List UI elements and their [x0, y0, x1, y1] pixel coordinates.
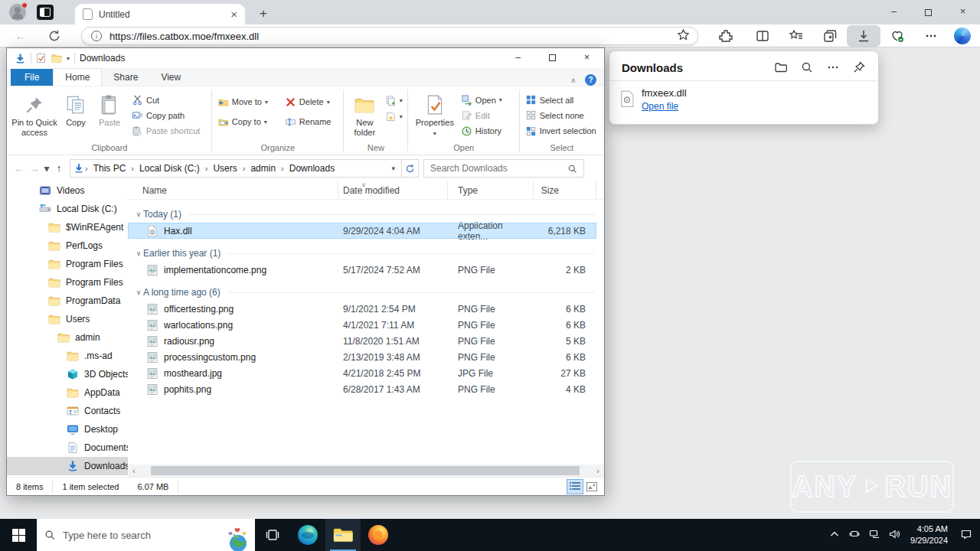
- sidebar-item-videos[interactable]: Videos: [7, 181, 128, 200]
- file-row-mostheard-jpg[interactable]: mostheard.jpg4/21/2018 2:45 PMJPG File27…: [128, 365, 596, 381]
- sidebar-item-program-files[interactable]: Program Files: [7, 255, 128, 273]
- new-tab-button[interactable]: +: [256, 6, 271, 21]
- action-center-icon[interactable]: [956, 528, 975, 543]
- taskbar-file-explorer-button[interactable]: [325, 519, 361, 551]
- qat-properties-icon[interactable]: [36, 53, 47, 64]
- sidebar-item-ms-ad[interactable]: .ms-ad: [7, 347, 128, 365]
- address-box[interactable]: ›This PC›Local Disk (C:)›Users›admin›Dow…: [70, 159, 402, 178]
- favorites-icon[interactable]: [788, 28, 805, 44]
- menu-tab-view[interactable]: View: [149, 69, 192, 86]
- menu-tab-share[interactable]: Share: [102, 69, 149, 86]
- select-all-button[interactable]: Select all: [523, 93, 599, 106]
- add-favorite-star-icon[interactable]: [677, 28, 690, 44]
- new-folder-button[interactable]: New folder: [347, 90, 383, 138]
- sidebar-item-appdata[interactable]: AppData: [7, 383, 128, 402]
- tray-show-hidden-icons[interactable]: [825, 528, 844, 543]
- sidebar-item-admin[interactable]: admin: [7, 328, 128, 347]
- sidebar-item-program-files[interactable]: Program Files: [7, 273, 128, 292]
- invert-selection-button[interactable]: Invert selection: [523, 125, 599, 138]
- history-button[interactable]: History: [459, 125, 505, 138]
- group-collapse-icon[interactable]: ∨: [128, 210, 143, 218]
- tray-volume-icon[interactable]: [884, 528, 904, 543]
- copy-to-button[interactable]: Copy to▾: [215, 115, 283, 129]
- nav-recent-icon[interactable]: ▾: [42, 162, 51, 174]
- column-header-name[interactable]: Name: [128, 181, 338, 199]
- sidebar-item-local-disk-c[interactable]: Local Disk (C:): [7, 200, 128, 218]
- file-group-header-earlier-this-year-1[interactable]: ∨Earlier this year (1): [128, 245, 604, 262]
- breadcrumb-item-downloads[interactable]: Downloads: [285, 163, 339, 174]
- ribbon-collapse-icon[interactable]: ∧: [570, 77, 576, 84]
- cut-button[interactable]: Cut: [129, 93, 202, 106]
- delete-button[interactable]: Delete▾: [283, 95, 344, 109]
- start-button[interactable]: [0, 519, 37, 551]
- copy-path-button[interactable]: Copy path: [129, 109, 202, 122]
- browser-settings-more-icon[interactable]: [923, 28, 939, 44]
- extensions-icon[interactable]: [717, 28, 734, 44]
- open-button[interactable]: Open▾: [459, 93, 505, 106]
- search-highlights-globe-icon[interactable]: [224, 525, 250, 551]
- column-header-date-modified[interactable]: ∨Date modified: [338, 181, 448, 199]
- details-view-button[interactable]: [567, 480, 583, 494]
- sidebar-item-desktop[interactable]: Desktop: [7, 420, 128, 439]
- large-icons-view-button[interactable]: [584, 480, 599, 494]
- copy-button[interactable]: Copy: [59, 90, 93, 138]
- taskbar-clock[interactable]: 4:05 AM 9/29/2024: [904, 523, 956, 546]
- horizontal-scrollbar[interactable]: ‹ ›: [128, 465, 604, 477]
- search-magnifier-icon[interactable]: [567, 164, 577, 174]
- browser-minimize-button[interactable]: –: [877, 0, 911, 24]
- site-info-icon[interactable]: i: [91, 31, 102, 41]
- tab-close-icon[interactable]: ×: [230, 8, 237, 20]
- sidebar-item-winreagent[interactable]: $WinREAgent: [7, 218, 128, 236]
- task-view-button[interactable]: [255, 519, 290, 551]
- menu-tab-file[interactable]: File: [11, 69, 53, 86]
- file-group-header-a-long-time-ago-6[interactable]: ∨A long time ago (6): [128, 284, 604, 301]
- taskbar-edge-button[interactable]: [290, 519, 325, 551]
- rename-button[interactable]: Rename: [283, 115, 344, 129]
- browser-profile-avatar[interactable]: [9, 4, 26, 21]
- sidebar-item-perflogs[interactable]: PerfLogs: [7, 236, 128, 255]
- file-row-implementationcome-png[interactable]: implementationcome.png5/17/2024 7:52 AMP…: [128, 262, 596, 278]
- menu-tab-home[interactable]: Home: [53, 68, 102, 86]
- file-row-warlocations-png[interactable]: warlocations.png4/1/2021 7:11 AMPNG File…: [128, 317, 596, 333]
- qat-customize-icon[interactable]: ▾: [67, 55, 70, 62]
- pin-to-quick-access-button[interactable]: Pin to Quick access: [10, 90, 59, 138]
- column-header-type[interactable]: Type: [448, 181, 534, 199]
- nav-forward-icon[interactable]: →: [27, 162, 42, 174]
- move-to-button[interactable]: Move to▾: [215, 95, 283, 109]
- browser-back-icon[interactable]: ←: [14, 29, 28, 43]
- file-row-pophits-png[interactable]: pophits.png6/28/2017 1:43 AMPNG File4 KB: [128, 381, 596, 397]
- paste-button[interactable]: Paste: [93, 90, 126, 138]
- breadcrumb-item-users[interactable]: Users: [208, 163, 241, 174]
- breadcrumb-item-this-pc[interactable]: This PC: [89, 163, 131, 174]
- horizontal-scroll-thumb[interactable]: [151, 466, 580, 475]
- pin-downloads-icon[interactable]: [852, 60, 866, 74]
- sidebar-item-programdata[interactable]: ProgramData: [7, 292, 128, 310]
- explorer-maximize-button[interactable]: [535, 48, 570, 68]
- downloads-icon[interactable]: [855, 28, 872, 44]
- edit-button[interactable]: Edit: [459, 109, 505, 122]
- taskbar-search-box[interactable]: Type here to search: [37, 519, 255, 551]
- sidebar-item-3d-objects[interactable]: 3D Objects: [7, 365, 128, 383]
- help-icon[interactable]: ?: [585, 74, 596, 86]
- browser-essentials-icon[interactable]: [889, 28, 906, 44]
- nav-up-icon[interactable]: ↑: [51, 162, 67, 174]
- split-screen-icon[interactable]: [754, 28, 771, 44]
- column-header-size[interactable]: Size: [534, 181, 596, 199]
- address-refresh-icon[interactable]: [402, 159, 419, 178]
- sidebar-item-downloads[interactable]: Downloads: [7, 457, 128, 475]
- sidebar-item-documents[interactable]: Documents: [7, 439, 128, 457]
- browser-address-bar[interactable]: i https://files.catbox.moe/fmxeex.dll: [81, 27, 698, 45]
- properties-button[interactable]: Properties▾: [411, 90, 459, 138]
- explorer-close-button[interactable]: ×: [570, 48, 604, 68]
- paste-shortcut-button[interactable]: Paste shortcut: [129, 125, 202, 138]
- collections-icon[interactable]: [822, 28, 838, 44]
- breadcrumb-item-local-disk-c[interactable]: Local Disk (C:): [135, 163, 204, 174]
- file-row-radiousr-png[interactable]: radiousr.png11/8/2020 1:51 AMPNG File5 K…: [128, 333, 596, 349]
- nav-back-icon[interactable]: ←: [11, 162, 27, 174]
- url-text[interactable]: https://files.catbox.moe/fmxeex.dll: [109, 31, 677, 42]
- file-row-processingcustom-png[interactable]: processingcustom.png2/13/2019 3:48 AMPNG…: [128, 349, 596, 365]
- sidebar-item-contacts[interactable]: Contacts: [7, 402, 128, 420]
- scroll-left-icon[interactable]: ‹: [128, 467, 140, 475]
- search-downloads-icon[interactable]: [800, 60, 814, 74]
- file-row-officertesting-png[interactable]: officertesting.png9/1/2021 2:54 PMPNG Fi…: [128, 301, 596, 317]
